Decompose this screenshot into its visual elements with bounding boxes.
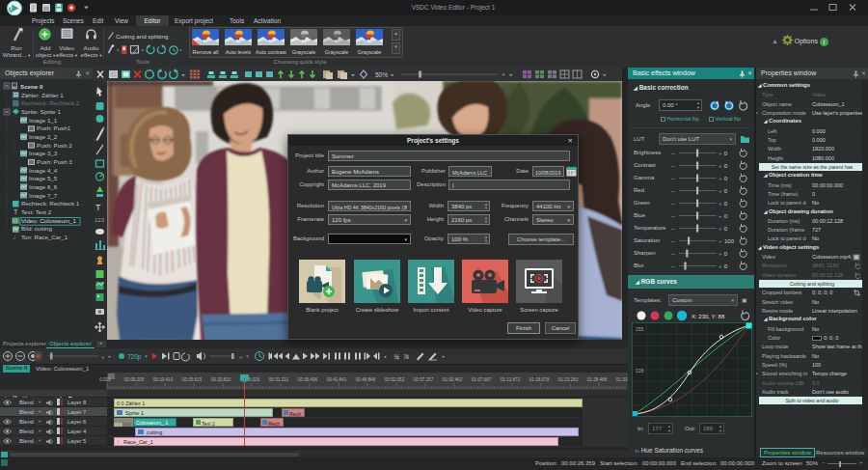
svg-text:00:10.410: 00:10.410	[153, 377, 174, 382]
svg-text:50%: 50%	[375, 71, 388, 78]
svg-text:0: 0	[724, 226, 728, 232]
svg-text:Zähler: Zähler 1: Zähler: Zähler 1	[21, 92, 64, 98]
svg-text:100: 100	[724, 238, 735, 244]
svg-text:01:12.872: 01:12.872	[501, 377, 521, 382]
svg-text:00:52.052: 00:52.052	[385, 377, 405, 382]
svg-text:Grayscale: Grayscale	[292, 49, 315, 55]
svg-text:+: +	[719, 176, 722, 181]
svg-text:0: 0	[724, 213, 728, 219]
svg-text:–: –	[671, 225, 675, 232]
svg-text:♪: ♪	[13, 234, 16, 240]
svg-text:00:20.820: 00:20.820	[211, 377, 231, 382]
svg-text:128: 128	[636, 368, 644, 373]
svg-text:0: 0	[724, 201, 728, 207]
svg-text:01:33.693: 01:33.693	[616, 377, 628, 382]
svg-text:T: T	[14, 208, 18, 215]
svg-text:00:57.257: 00:57.257	[414, 377, 434, 382]
svg-text:–: –	[671, 162, 675, 169]
svg-text:0: 0	[724, 176, 728, 181]
svg-text:Grayscale: Grayscale	[358, 49, 381, 55]
svg-text:123: 123	[95, 217, 105, 223]
svg-text:12: 12	[14, 93, 19, 97]
svg-text:+: +	[719, 238, 722, 244]
svg-text:Image 7_7: Image 7_7	[29, 192, 58, 199]
svg-text:00:31.231: 00:31.231	[269, 377, 289, 382]
svg-text:00:05.205: 00:05.205	[124, 377, 145, 382]
svg-text:Push: Push1: Push: Push1	[37, 124, 71, 131]
svg-text:01:07.667: 01:07.667	[472, 377, 492, 382]
svg-text:Remove all: Remove all	[193, 49, 219, 55]
svg-text:–: –	[671, 200, 675, 207]
svg-text:Image 4_4: Image 4_4	[29, 167, 58, 174]
svg-text:Text: Text 2: Text: Text 2	[21, 208, 52, 215]
svg-text:T: T	[95, 203, 101, 212]
svg-text:01:02.462: 01:02.462	[443, 377, 463, 382]
svg-text:Rechteck: Rechteck 1: Rechteck: Rechteck 1	[21, 200, 80, 207]
svg-text:–: –	[671, 263, 675, 269]
svg-text:Image 2_2: Image 2_2	[29, 133, 58, 140]
svg-text:–: –	[671, 187, 675, 194]
svg-text:¾: ¾	[393, 353, 399, 360]
svg-text:+: +	[719, 263, 722, 269]
svg-text:–: –	[671, 237, 675, 244]
svg-text:+: +	[719, 201, 722, 207]
svg-text:0: 0	[724, 163, 728, 169]
svg-text:+: +	[502, 71, 505, 78]
svg-text:00:46.846: 00:46.846	[356, 377, 376, 382]
svg-text:+: +	[719, 188, 722, 194]
svg-text:Bild: cutting: Bild: cutting	[21, 225, 53, 232]
svg-text:+: +	[719, 213, 722, 219]
svg-text:+: +	[719, 163, 722, 169]
svg-text:–: –	[671, 150, 675, 156]
svg-text:Sprite: Sprite 1: Sprite: Sprite 1	[21, 108, 61, 115]
svg-text:Image 1_1: Image 1_1	[29, 117, 58, 124]
svg-text:255: 255	[636, 326, 644, 332]
svg-text:+: +	[719, 226, 722, 232]
svg-text:Auto contrast: Auto contrast	[256, 49, 286, 55]
svg-text:Rechteck: Rechteck 2: Rechteck: Rechteck 2	[21, 99, 80, 106]
svg-text:0: 0	[724, 151, 728, 156]
svg-text:0: 0	[724, 188, 728, 194]
svg-text:720p: 720p	[127, 353, 142, 361]
svg-text:Image 3_3: Image 3_3	[29, 150, 58, 156]
svg-text:X: 230, Y: 88: X: 230, Y: 88	[692, 314, 725, 319]
svg-text:–: –	[671, 212, 675, 219]
svg-text:+: +	[719, 151, 722, 156]
svg-text:Scene 0: Scene 0	[20, 83, 43, 90]
svg-text:0: 0	[724, 251, 728, 257]
svg-text:Push: Push 2: Push: Push 2	[37, 142, 72, 149]
svg-text:01:23.283: 01:23.283	[558, 377, 579, 382]
svg-text:01:18.078: 01:18.078	[529, 377, 550, 382]
svg-text:Grayscale: Grayscale	[325, 49, 348, 55]
svg-text:0: 0	[724, 263, 728, 269]
svg-text:⅞: ⅞	[403, 353, 409, 360]
svg-text:Push: Push 3: Push: Push 3	[37, 158, 72, 165]
svg-text:+: +	[239, 354, 243, 360]
svg-text:Image 5_5: Image 5_5	[29, 175, 58, 181]
svg-text:+: +	[719, 251, 722, 257]
svg-text:–: –	[671, 175, 675, 181]
svg-text:Image 6_6: Image 6_6	[29, 183, 58, 190]
svg-text:Ton: Race_Car_1: Ton: Race_Car_1	[21, 234, 68, 240]
svg-text:00:41.641: 00:41.641	[327, 377, 347, 382]
svg-text:–: –	[671, 250, 675, 257]
svg-text:0.000: 0.000	[99, 377, 111, 382]
svg-text:01:28.488: 01:28.488	[587, 377, 608, 382]
svg-text:+: +	[101, 354, 105, 360]
svg-text:00:36.436: 00:36.436	[298, 377, 318, 382]
svg-text:00:15.615: 00:15.615	[182, 377, 203, 382]
svg-text:Auto levels: Auto levels	[226, 49, 252, 55]
